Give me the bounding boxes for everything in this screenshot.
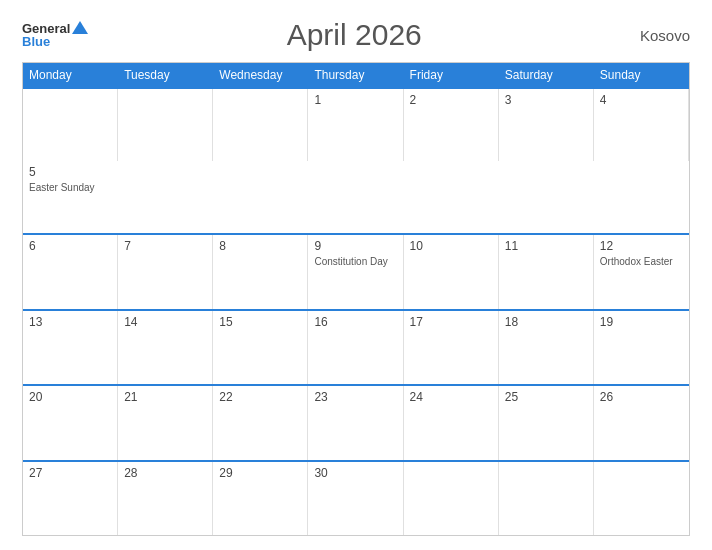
- calendar: Monday Tuesday Wednesday Thursday Friday…: [22, 62, 690, 536]
- day-number: 9: [314, 239, 396, 253]
- header-tuesday: Tuesday: [118, 63, 213, 87]
- header-monday: Monday: [23, 63, 118, 87]
- cal-cell-apr6: 6: [23, 235, 118, 309]
- day-number: 4: [600, 93, 682, 107]
- day-number: 13: [29, 315, 111, 329]
- cal-cell-apr9: 9 Constitution Day: [308, 235, 403, 309]
- day-number: 24: [410, 390, 492, 404]
- cal-cell-apr24: 24: [404, 386, 499, 460]
- day-number: 2: [410, 93, 492, 107]
- cal-cell-apr18: 18: [499, 311, 594, 385]
- day-number: 14: [124, 315, 206, 329]
- cal-cell-apr25: 25: [499, 386, 594, 460]
- day-number: 17: [410, 315, 492, 329]
- cal-cell-apr20: 20: [23, 386, 118, 460]
- header-thursday: Thursday: [308, 63, 403, 87]
- day-number: 23: [314, 390, 396, 404]
- day-number: 3: [505, 93, 587, 107]
- cal-cell-apr27: 27: [23, 462, 118, 536]
- cal-cell-apr21: 21: [118, 386, 213, 460]
- cal-cell-apr17: 17: [404, 311, 499, 385]
- cal-cell-apr22: 22: [213, 386, 308, 460]
- cal-cell-empty-4: [404, 462, 499, 536]
- logo-triangle-icon: [72, 21, 88, 34]
- day-number: 6: [29, 239, 111, 253]
- header-saturday: Saturday: [499, 63, 594, 87]
- month-title: April 2026: [88, 18, 620, 52]
- logo: General Blue: [22, 22, 88, 48]
- week-row-3: 13 14 15 16 17 18 19: [23, 309, 689, 385]
- day-number: 19: [600, 315, 683, 329]
- cal-cell-empty-6: [594, 462, 689, 536]
- cal-cell-apr5: 5 Easter Sunday: [23, 161, 118, 233]
- country-label: Kosovo: [620, 27, 690, 44]
- cal-cell-empty-2: [118, 89, 213, 161]
- day-number: 30: [314, 466, 396, 480]
- day-number: 22: [219, 390, 301, 404]
- cal-cell-apr8: 8: [213, 235, 308, 309]
- day-number: 11: [505, 239, 587, 253]
- week-row-5: 27 28 29 30: [23, 460, 689, 536]
- cal-cell-apr13: 13: [23, 311, 118, 385]
- week-row-4: 20 21 22 23 24 25 26: [23, 384, 689, 460]
- cal-cell-apr14: 14: [118, 311, 213, 385]
- cal-cell-apr3: 3: [499, 89, 594, 161]
- day-number: 26: [600, 390, 683, 404]
- day-number: 1: [314, 93, 396, 107]
- day-number: 16: [314, 315, 396, 329]
- day-number: 21: [124, 390, 206, 404]
- cal-cell-apr11: 11: [499, 235, 594, 309]
- cal-cell-apr15: 15: [213, 311, 308, 385]
- cal-cell-apr30: 30: [308, 462, 403, 536]
- week-row-2: 6 7 8 9 Constitution Day 10 11: [23, 233, 689, 309]
- day-number: 12: [600, 239, 683, 253]
- header-wednesday: Wednesday: [213, 63, 308, 87]
- cal-cell-apr10: 10: [404, 235, 499, 309]
- cal-cell-apr29: 29: [213, 462, 308, 536]
- day-number: 29: [219, 466, 301, 480]
- page: General Blue April 2026 Kosovo Monday Tu…: [0, 0, 712, 550]
- day-number: 18: [505, 315, 587, 329]
- day-number: 10: [410, 239, 492, 253]
- cal-cell-apr19: 19: [594, 311, 689, 385]
- cal-cell-empty-5: [499, 462, 594, 536]
- cal-cell-empty-3: [213, 89, 308, 161]
- cal-cell-apr23: 23: [308, 386, 403, 460]
- cal-cell-empty-1: [23, 89, 118, 161]
- logo-blue: Blue: [22, 35, 50, 48]
- header-friday: Friday: [404, 63, 499, 87]
- cal-cell-apr7: 7: [118, 235, 213, 309]
- event-constitution-day: Constitution Day: [314, 255, 396, 268]
- day-number: 25: [505, 390, 587, 404]
- calendar-body: 1 2 3 4 5 Easter Sunday 6: [23, 87, 689, 535]
- calendar-header: General Blue April 2026 Kosovo: [22, 18, 690, 52]
- day-number: 8: [219, 239, 301, 253]
- day-number: 15: [219, 315, 301, 329]
- event-easter-sunday: Easter Sunday: [29, 181, 112, 194]
- cal-cell-apr12: 12 Orthodox Easter: [594, 235, 689, 309]
- calendar-weekday-header: Monday Tuesday Wednesday Thursday Friday…: [23, 63, 689, 87]
- event-orthodox-easter: Orthodox Easter: [600, 255, 683, 268]
- week-row-1: 1 2 3 4 5 Easter Sunday: [23, 87, 689, 233]
- day-number: 28: [124, 466, 206, 480]
- day-number: 27: [29, 466, 111, 480]
- day-number: 7: [124, 239, 206, 253]
- cal-cell-apr28: 28: [118, 462, 213, 536]
- cal-cell-apr1: 1: [308, 89, 403, 161]
- day-number: 20: [29, 390, 111, 404]
- day-number: 5: [29, 165, 112, 179]
- cal-cell-apr16: 16: [308, 311, 403, 385]
- header-sunday: Sunday: [594, 63, 689, 87]
- cal-cell-apr26: 26: [594, 386, 689, 460]
- cal-cell-apr4: 4: [594, 89, 689, 161]
- cal-cell-apr2: 2: [404, 89, 499, 161]
